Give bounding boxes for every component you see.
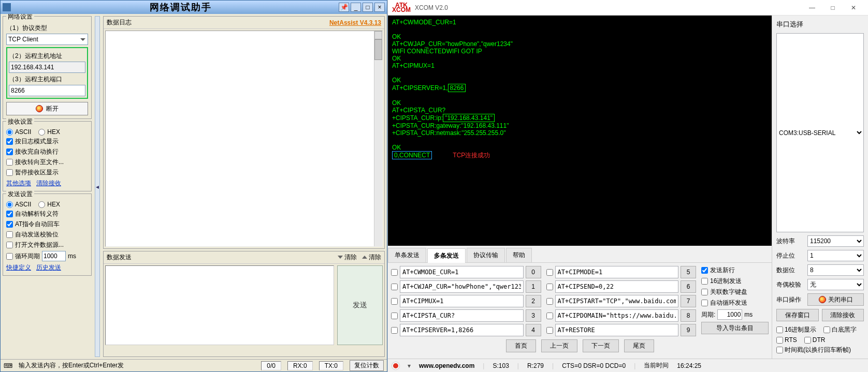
send-textarea[interactable] xyxy=(105,265,334,345)
escape-checkbox[interactable] xyxy=(6,211,13,217)
cycle-period-input[interactable] xyxy=(42,251,66,261)
multi-row-input[interactable] xyxy=(400,295,524,307)
multi-row-checkbox[interactable] xyxy=(391,298,398,305)
save-window-button[interactable]: 保存窗口 xyxy=(776,309,819,321)
scroll-thumb[interactable] xyxy=(374,39,382,60)
minimize-button[interactable]: _ xyxy=(351,3,361,12)
multi-row-send-button[interactable]: 7 xyxy=(681,295,696,307)
recv-other-link[interactable]: 其他选项 xyxy=(6,179,31,188)
multi-row-checkbox[interactable] xyxy=(546,269,553,276)
send-hex-radio[interactable] xyxy=(38,201,45,208)
multi-row-send-button[interactable]: 0 xyxy=(526,266,541,278)
multi-row-checkbox[interactable] xyxy=(391,269,398,276)
numlock-checkbox[interactable] xyxy=(701,289,708,295)
status-url[interactable]: www.openedv.com xyxy=(419,362,474,369)
clear-up-button[interactable]: 清除 xyxy=(362,253,381,262)
period-input[interactable] xyxy=(717,309,742,320)
tab-help[interactable]: 帮助 xyxy=(506,248,532,262)
maximize-button[interactable]: □ xyxy=(822,1,843,14)
nav-first-button[interactable]: 首页 xyxy=(506,339,536,352)
reset-count-button[interactable]: 复位计数 xyxy=(350,360,384,371)
databit-select[interactable]: 8 xyxy=(807,264,864,276)
multi-row-send-button[interactable]: 9 xyxy=(681,324,696,336)
cycle-checkbox[interactable] xyxy=(6,253,13,260)
multi-row-send-button[interactable]: 2 xyxy=(526,295,541,307)
multi-row-input[interactable] xyxy=(400,324,524,336)
multi-row-checkbox[interactable] xyxy=(391,284,398,290)
multi-row-checkbox[interactable] xyxy=(546,313,553,319)
terminal-output[interactable]: AT+CWMODE_CUR=1 OK AT+CWJAP_CUR="howPhon… xyxy=(388,16,772,246)
close-button[interactable]: × xyxy=(374,3,385,12)
multi-row-checkbox[interactable] xyxy=(391,313,398,319)
tab-single[interactable]: 单条发送 xyxy=(388,248,426,262)
parity-select[interactable]: 无 xyxy=(807,279,864,290)
multi-row-checkbox[interactable] xyxy=(546,284,553,290)
close-button[interactable]: ✕ xyxy=(843,1,864,14)
multi-row-send-button[interactable]: 1 xyxy=(526,280,541,293)
maximize-button[interactable]: □ xyxy=(363,3,373,12)
minimize-button[interactable]: — xyxy=(802,1,822,14)
hex-display-checkbox[interactable] xyxy=(776,326,783,333)
nav-prev-button[interactable]: 上一页 xyxy=(541,339,577,352)
auto-wrap-checkbox[interactable] xyxy=(6,148,13,155)
protocol-select[interactable]: TCP Client xyxy=(6,34,88,45)
multi-row-checkbox[interactable] xyxy=(391,327,398,334)
auto-checksum-checkbox[interactable] xyxy=(6,231,13,238)
multi-row-send-button[interactable]: 5 xyxy=(681,266,696,278)
multi-row-input[interactable] xyxy=(555,309,679,322)
white-bg-checkbox[interactable] xyxy=(823,326,830,333)
timestamp-checkbox[interactable] xyxy=(776,347,783,353)
pause-recv-checkbox[interactable] xyxy=(6,169,13,176)
remote-port-input[interactable] xyxy=(9,85,85,96)
pin-button[interactable]: 📌 xyxy=(339,3,349,12)
multi-row-send-button[interactable]: 3 xyxy=(526,309,541,322)
recv-hex-radio[interactable] xyxy=(38,129,45,136)
recv-to-file-checkbox[interactable] xyxy=(6,159,13,166)
multi-row-input[interactable] xyxy=(555,295,679,307)
clear-recv-button[interactable]: 清除接收 xyxy=(822,309,864,321)
recv-clear-link[interactable]: 清除接收 xyxy=(36,179,61,188)
multi-row-send-button[interactable]: 6 xyxy=(681,280,696,293)
version-link[interactable]: NetAssist V4.3.13 xyxy=(329,19,381,26)
send-button[interactable]: 发送 xyxy=(337,265,383,345)
send-hex-checkbox[interactable] xyxy=(701,278,708,285)
history-link[interactable]: 历史发送 xyxy=(36,263,61,272)
clear-down-button[interactable]: 清除 xyxy=(338,253,357,262)
multi-row-input[interactable] xyxy=(555,324,679,336)
multi-row-checkbox[interactable] xyxy=(546,327,553,334)
open-file-checkbox[interactable] xyxy=(6,242,13,248)
recv-ascii-radio[interactable] xyxy=(6,129,13,136)
multi-row-send-button[interactable]: 8 xyxy=(681,309,696,322)
import-export-button[interactable]: 导入导出条目 xyxy=(701,322,769,334)
nav-next-button[interactable]: 下一页 xyxy=(583,339,619,352)
stopbit-select[interactable]: 1 xyxy=(807,250,864,261)
dtr-checkbox[interactable] xyxy=(804,337,811,344)
multi-row-send-button[interactable]: 4 xyxy=(526,324,541,336)
multi-row-input[interactable] xyxy=(400,309,524,322)
tab-multi[interactable]: 多条发送 xyxy=(427,248,466,263)
nav-last-button[interactable]: 尾页 xyxy=(624,339,654,352)
collapse-handle[interactable]: ◂ xyxy=(95,16,100,357)
autocycle-checkbox[interactable] xyxy=(701,300,708,306)
rts-checkbox[interactable] xyxy=(776,337,783,344)
multi-row-input[interactable] xyxy=(400,280,524,293)
close-port-button[interactable]: 关闭串口 xyxy=(807,293,864,306)
data-log-area[interactable] xyxy=(105,31,383,247)
multi-row-input[interactable] xyxy=(400,266,524,278)
baud-select[interactable]: 115200 xyxy=(807,235,864,247)
scrollbar[interactable] xyxy=(374,31,382,246)
disconnect-button[interactable]: 断开 xyxy=(6,102,88,115)
log-mode-checkbox[interactable] xyxy=(6,138,13,145)
port-select[interactable]: COM3:USB-SERIAL xyxy=(776,33,864,232)
multi-row-checkbox[interactable] xyxy=(546,298,553,305)
remote-host-input[interactable] xyxy=(9,62,85,73)
at-enter-checkbox[interactable] xyxy=(6,221,13,228)
send-newline-checkbox[interactable] xyxy=(701,267,708,274)
multi-row-input[interactable] xyxy=(555,266,679,278)
multi-row-input[interactable] xyxy=(555,280,679,293)
dropdown-icon[interactable]: ▾ xyxy=(408,362,411,369)
scroll-up-button[interactable] xyxy=(374,31,382,39)
shortcut-link[interactable]: 快捷定义 xyxy=(6,263,31,272)
send-ascii-radio[interactable] xyxy=(6,201,13,208)
tab-protocol[interactable]: 协议传输 xyxy=(467,248,505,262)
